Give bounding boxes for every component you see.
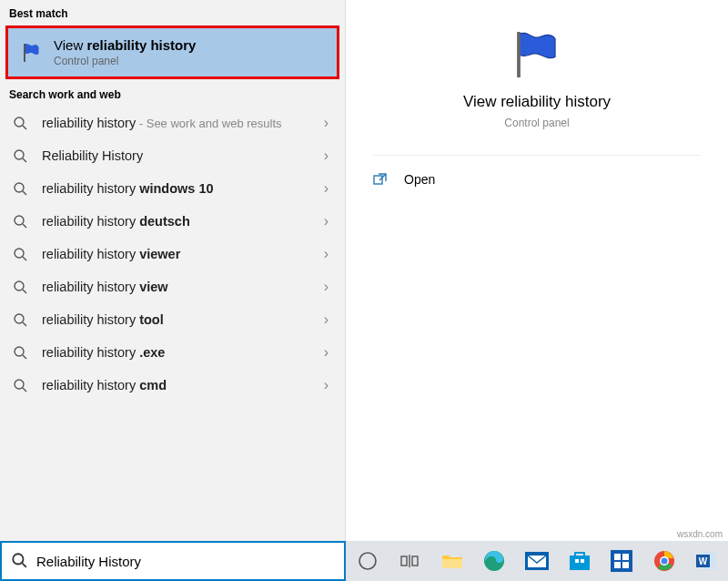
suggestion-label: reliability history tool (42, 312, 324, 327)
details-title: View reliability history (373, 93, 701, 111)
svg-point-17 (15, 380, 24, 389)
cortana-icon[interactable] (357, 549, 379, 573)
svg-point-7 (15, 216, 24, 225)
search-suggestion[interactable]: reliability history - See work and web r… (0, 107, 345, 139)
suggestion-label: reliability history .exe (42, 345, 324, 360)
taskbar: W (346, 541, 728, 581)
chevron-right-icon[interactable]: › (324, 344, 329, 361)
search-input[interactable] (36, 554, 335, 569)
search-icon (13, 247, 31, 261)
best-match-header: Best match (0, 4, 345, 25)
svg-point-41 (661, 558, 667, 565)
edge-icon[interactable] (483, 549, 505, 573)
svg-point-5 (15, 183, 24, 192)
open-action[interactable]: Open (346, 156, 728, 203)
svg-point-21 (13, 554, 23, 564)
search-icon (13, 345, 31, 360)
search-icon (13, 214, 31, 229)
chevron-right-icon[interactable]: › (324, 246, 329, 262)
best-match-item[interactable]: View reliability history Control panel (5, 25, 339, 79)
svg-point-11 (15, 281, 24, 290)
suggestion-label: Reliability History (42, 148, 324, 163)
search-icon (13, 148, 31, 163)
suggestion-label: reliability history windows 10 (42, 181, 324, 196)
svg-line-16 (23, 355, 26, 359)
svg-point-15 (15, 347, 24, 356)
svg-line-12 (23, 290, 26, 293)
search-suggestion[interactable]: Reliability History› (0, 139, 345, 172)
chevron-right-icon[interactable]: › (324, 213, 329, 229)
svg-line-8 (23, 224, 26, 228)
search-suggestion[interactable]: reliability history windows 10› (0, 172, 345, 205)
chrome-icon[interactable] (653, 549, 675, 573)
search-icon (13, 116, 31, 130)
search-web-header: Search work and web (0, 85, 345, 107)
details-subtitle: Control panel (373, 117, 701, 129)
svg-text:W: W (699, 556, 708, 566)
search-suggestion[interactable]: reliability history view› (0, 270, 345, 303)
svg-line-14 (23, 322, 26, 326)
search-suggestion[interactable]: reliability history deutsch› (0, 205, 345, 238)
mail-icon[interactable] (525, 549, 549, 573)
file-explorer-icon[interactable] (441, 549, 463, 573)
search-suggestion[interactable]: reliability history cmd› (0, 369, 345, 402)
suggestion-label: reliability history viewer (42, 247, 324, 261)
svg-line-4 (23, 158, 26, 162)
svg-rect-31 (570, 556, 590, 570)
store-icon[interactable] (569, 549, 591, 573)
svg-point-9 (15, 249, 24, 258)
open-label: Open (404, 172, 435, 187)
svg-rect-25 (412, 556, 418, 566)
search-icon (13, 378, 31, 392)
chevron-right-icon[interactable]: › (324, 279, 329, 295)
search-icon (13, 312, 31, 327)
suggestion-label: reliability history view (42, 280, 324, 294)
svg-point-1 (15, 117, 24, 127)
chevron-right-icon[interactable]: › (324, 115, 329, 131)
chevron-right-icon[interactable]: › (324, 148, 329, 164)
chevron-right-icon[interactable]: › (324, 180, 329, 197)
svg-point-13 (15, 314, 24, 323)
best-match-title: View reliability history (54, 37, 196, 53)
flag-icon (21, 42, 46, 64)
svg-rect-34 (611, 550, 632, 572)
best-match-subtitle: Control panel (54, 55, 196, 67)
word-icon[interactable]: W (695, 549, 717, 573)
suggestion-label: reliability history - See work and web r… (42, 116, 324, 130)
chevron-right-icon[interactable]: › (324, 311, 329, 328)
search-suggestion[interactable]: reliability history viewer› (0, 238, 345, 270)
svg-rect-35 (614, 554, 621, 560)
svg-rect-33 (581, 559, 584, 563)
svg-rect-27 (442, 559, 462, 568)
open-icon (373, 172, 395, 187)
svg-line-18 (23, 388, 26, 392)
chevron-right-icon[interactable]: › (324, 377, 329, 393)
svg-line-2 (23, 126, 26, 129)
svg-rect-36 (622, 554, 629, 560)
task-view-icon[interactable] (399, 549, 420, 573)
search-box[interactable] (0, 541, 346, 581)
svg-rect-37 (614, 562, 621, 568)
word-live-icon[interactable] (611, 549, 632, 573)
search-results-panel: Best match View reliability history Cont… (0, 0, 346, 541)
details-panel: View reliability history Control panel O… (346, 0, 728, 541)
search-icon (11, 552, 27, 571)
flag-icon (373, 27, 701, 82)
svg-rect-24 (401, 556, 407, 566)
svg-rect-38 (622, 562, 629, 568)
svg-line-10 (23, 257, 26, 260)
svg-line-6 (23, 191, 26, 195)
search-icon (13, 280, 31, 294)
search-suggestion[interactable]: reliability history .exe› (0, 336, 345, 369)
svg-point-23 (359, 553, 376, 569)
watermark: wsxdn.com (677, 529, 723, 539)
suggestion-label: reliability history deutsch (42, 214, 324, 229)
svg-point-3 (15, 150, 24, 159)
svg-line-22 (22, 563, 26, 567)
search-icon (13, 181, 31, 196)
svg-rect-32 (575, 559, 579, 563)
search-suggestion[interactable]: reliability history tool› (0, 303, 345, 336)
suggestion-label: reliability history cmd (42, 378, 324, 392)
svg-rect-20 (374, 176, 382, 184)
